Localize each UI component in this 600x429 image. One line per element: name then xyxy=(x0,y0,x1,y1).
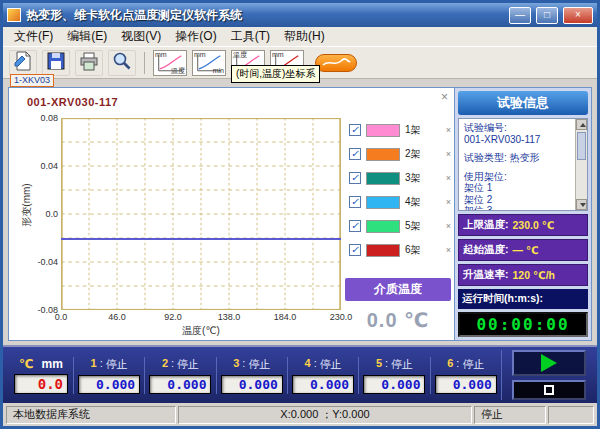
legend-checkbox[interactable]: ✓ xyxy=(349,244,361,256)
channel-readout: 0.000 xyxy=(221,375,283,394)
legend-remove-button[interactable]: × xyxy=(446,173,451,183)
channel-panel: ℃ mm 0.0 1:停止 0.000 2:停止 0.000 3:停止 0.00… xyxy=(3,345,597,403)
x-tick: 0.0 xyxy=(55,312,68,322)
channel-index: 5 xyxy=(376,357,382,372)
channel-readout: 0.000 xyxy=(435,375,497,394)
status-database: 本地数据库系统 xyxy=(6,406,176,424)
y-tick: 0.04 xyxy=(40,161,58,171)
heating-rate-label: 升温速率: xyxy=(463,268,509,282)
legend-remove-button[interactable]: × xyxy=(446,197,451,207)
check-icon: ✓ xyxy=(351,245,359,255)
menu-view[interactable]: 视图(V) xyxy=(114,26,168,47)
legend-remove-button[interactable]: × xyxy=(446,245,451,255)
zoom-icon xyxy=(111,50,133,75)
run-controls xyxy=(501,350,591,400)
scroll-up-icon[interactable] xyxy=(576,119,587,130)
y-tick: -0.04 xyxy=(37,257,58,267)
start-button[interactable] xyxy=(512,350,586,376)
x-tick: 46.0 xyxy=(108,312,126,322)
menu-operate[interactable]: 操作(O) xyxy=(168,26,223,47)
legend-remove-button[interactable]: × xyxy=(446,149,451,159)
channel-status: 停止 xyxy=(248,357,270,372)
legend-item: ✓ 3架 × xyxy=(349,170,453,186)
zoom-button[interactable] xyxy=(108,50,136,76)
channel-4: 4:停止 0.000 xyxy=(287,357,358,394)
legend-checkbox[interactable]: ✓ xyxy=(349,172,361,184)
check-icon: ✓ xyxy=(351,149,359,159)
coord-deflection-time-button[interactable]: mm min xyxy=(192,50,226,76)
legend-checkbox[interactable]: ✓ xyxy=(349,196,361,208)
y-tick: 0.0 xyxy=(45,209,58,219)
legend-color-swatch xyxy=(366,172,400,185)
runtime-display: 00:00:00 xyxy=(458,312,588,337)
temperature-unit-label: ℃ xyxy=(19,357,34,371)
test-info-list: 试验编号: 001-XRV030-117 试验类型: 热变形 使用架位: 架位 … xyxy=(458,118,588,211)
channel-5: 5:停止 0.000 xyxy=(358,357,429,394)
scroll-down-icon[interactable] xyxy=(576,199,587,210)
legend-color-swatch xyxy=(366,244,400,257)
legend-item: ✓ 4架 × xyxy=(349,194,453,210)
legend-remove-button[interactable]: × xyxy=(446,221,451,231)
legend-item: ✓ 5架 × xyxy=(349,218,453,234)
x-tick: 92.0 xyxy=(164,312,182,322)
info-line: 使用架位: xyxy=(464,171,571,183)
print-button[interactable] xyxy=(75,50,103,76)
legend-checkbox[interactable]: ✓ xyxy=(349,220,361,232)
x-tick: 138.0 xyxy=(218,312,241,322)
new-document-button[interactable] xyxy=(9,50,37,76)
legend-remove-button[interactable]: × xyxy=(446,125,451,135)
check-icon: ✓ xyxy=(351,197,359,207)
coord-deflection-temperature-button[interactable]: mm 温度 xyxy=(153,50,187,76)
upper-limit-label: 上限温度: xyxy=(463,218,509,232)
title-bar[interactable]: 热变形、维卡软化点温度测定仪软件系统 — □ × xyxy=(3,3,597,27)
axis-x-label: min xyxy=(213,67,224,75)
chart-close-button[interactable]: × xyxy=(441,91,448,103)
legend-checkbox[interactable]: ✓ xyxy=(349,148,361,160)
baseline-series-line xyxy=(61,238,341,240)
maximize-button[interactable]: □ xyxy=(536,7,558,24)
channel-3: 3:停止 0.000 xyxy=(216,357,287,394)
coordinate-tooltip: (时间,温度)坐标系 xyxy=(231,65,320,83)
stop-button[interactable] xyxy=(512,380,586,400)
channel-readout: 0.000 xyxy=(363,375,425,394)
status-end-segment xyxy=(548,406,594,424)
channel-readout: 0.000 xyxy=(292,375,354,394)
axis-y-label: mm xyxy=(155,51,167,59)
minimize-button[interactable]: — xyxy=(509,7,531,24)
scrollbar-thumb[interactable] xyxy=(577,132,586,160)
channel-status: 停止 xyxy=(177,357,199,372)
plot-area: 0.08 0.04 0.0 -0.04 -0.08 0.0 46.0 92.0 … xyxy=(61,118,341,310)
info-scrollbar[interactable] xyxy=(575,119,587,210)
menu-help[interactable]: 帮助(H) xyxy=(277,26,332,47)
legend-item: ✓ 2架 × xyxy=(349,146,453,162)
menu-file[interactable]: 文件(F) xyxy=(7,26,60,47)
info-line: 架位 3 xyxy=(464,205,571,211)
heating-rate-bar: 升温速率: 120 ℃/h xyxy=(458,264,588,286)
axis-y-label: mm xyxy=(272,51,284,59)
channel-index: 4 xyxy=(305,357,311,372)
start-temperature-value: — ℃ xyxy=(513,244,539,256)
y-axis-label: 形变(mm) xyxy=(20,183,34,226)
document-tab[interactable]: 1-XKV03 xyxy=(10,74,54,87)
play-icon xyxy=(541,354,557,372)
save-button[interactable] xyxy=(42,50,70,76)
menu-edit[interactable]: 编辑(E) xyxy=(60,26,114,47)
menu-tools[interactable]: 工具(T) xyxy=(224,26,277,47)
axis-x-label: 温度 xyxy=(171,67,185,75)
channel-index: 3 xyxy=(233,357,239,372)
test-info-panel: 试验信息 试验编号: 001-XRV030-117 试验类型: 热变形 使用架位… xyxy=(454,87,592,341)
brand-logo-button[interactable] xyxy=(315,54,357,72)
runtime-label: 运行时间(h:m:s): xyxy=(458,289,588,309)
channel-index: 6 xyxy=(447,357,453,372)
upper-limit-temperature-bar: 上限温度: 230.0 ℃ xyxy=(458,214,588,236)
start-temperature-bar: 起始温度: — ℃ xyxy=(458,239,588,261)
close-button[interactable]: × xyxy=(563,7,593,24)
status-state: 停止 xyxy=(474,406,546,424)
channel-readout: 0.000 xyxy=(149,375,211,394)
legend-checkbox[interactable]: ✓ xyxy=(349,124,361,136)
chart-title: 001-XRV030-117 xyxy=(27,96,118,108)
channel-status: 停止 xyxy=(106,357,128,372)
info-line: 001-XRV030-117 xyxy=(464,134,571,146)
channel-index: 1 xyxy=(91,357,97,372)
legend-label: 1架 xyxy=(405,123,421,137)
